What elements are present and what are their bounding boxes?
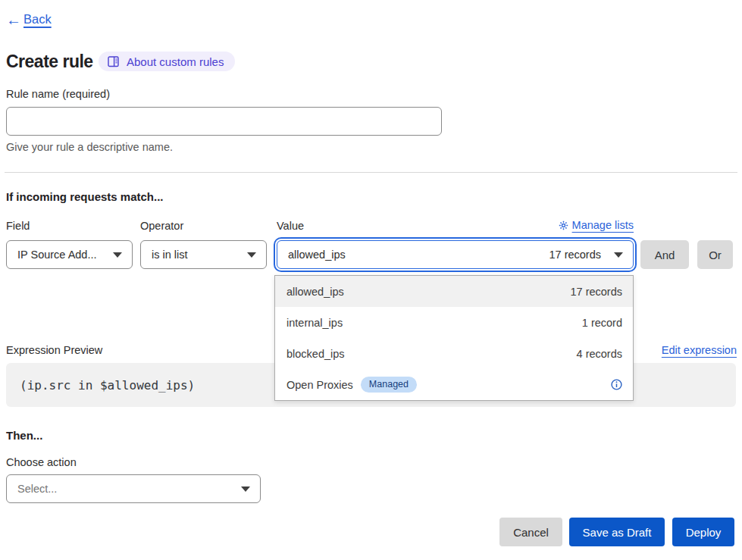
value-select-records: 17 records bbox=[549, 249, 601, 261]
list-record-count: 4 records bbox=[577, 348, 622, 360]
chevron-down-icon bbox=[241, 486, 250, 492]
field-label: Field bbox=[6, 220, 30, 232]
cancel-button[interactable]: Cancel bbox=[499, 518, 562, 546]
dropdown-item-open-proxies[interactable]: Open Proxies Managed bbox=[275, 369, 633, 400]
list-name: allowed_ips bbox=[286, 286, 344, 298]
deploy-button[interactable]: Deploy bbox=[672, 518, 734, 546]
value-select-value: allowed_ips bbox=[277, 249, 346, 261]
create-rule-page: ←Back Create rule About custom rules Rul… bbox=[0, 0, 742, 560]
list-name: internal_ips bbox=[286, 317, 343, 329]
list-name: Open Proxies bbox=[286, 379, 353, 391]
list-record-count: 1 record bbox=[582, 317, 622, 329]
manage-lists-link[interactable]: Manage lists bbox=[559, 219, 634, 231]
operator-select[interactable]: is in list bbox=[140, 240, 267, 269]
chevron-down-icon bbox=[113, 252, 122, 258]
chevron-down-icon bbox=[247, 252, 256, 258]
dropdown-item-blocked-ips[interactable]: blocked_ips 4 records bbox=[275, 338, 633, 369]
list-record-count: 17 records bbox=[570, 286, 622, 298]
expression-code: (ip.src in $allowed_ips) bbox=[6, 378, 195, 393]
rule-name-input[interactable] bbox=[6, 107, 442, 136]
dropdown-item-allowed-ips[interactable]: allowed_ips 17 records bbox=[275, 276, 633, 307]
field-select[interactable]: IP Source Add... bbox=[6, 240, 133, 269]
managed-badge: Managed bbox=[361, 377, 417, 393]
action-select-placeholder: Select... bbox=[7, 483, 57, 495]
about-custom-rules-badge[interactable]: About custom rules bbox=[99, 52, 235, 71]
match-section-heading: If incoming requests match... bbox=[6, 190, 164, 203]
save-as-draft-button[interactable]: Save as Draft bbox=[569, 518, 665, 546]
edit-expression-link[interactable]: Edit expression bbox=[662, 344, 737, 356]
back-link-label: Back bbox=[23, 12, 52, 27]
value-select[interactable]: allowed_ips 17 records bbox=[277, 240, 634, 269]
section-divider bbox=[5, 172, 737, 173]
back-link[interactable]: ←Back bbox=[6, 12, 52, 27]
operator-label: Operator bbox=[140, 220, 183, 232]
page-title: Create rule bbox=[6, 52, 93, 72]
and-button[interactable]: And bbox=[640, 240, 689, 269]
back-arrow-icon: ← bbox=[6, 14, 21, 26]
action-select[interactable]: Select... bbox=[6, 474, 261, 503]
field-select-value: IP Source Add... bbox=[7, 249, 97, 261]
chevron-down-icon bbox=[614, 252, 623, 258]
choose-action-label: Choose action bbox=[6, 456, 77, 468]
rule-name-label: Rule name (required) bbox=[6, 88, 110, 100]
dropdown-item-internal-ips[interactable]: internal_ips 1 record bbox=[275, 307, 633, 338]
or-button[interactable]: Or bbox=[697, 240, 733, 269]
expression-preview-label: Expression Preview bbox=[6, 344, 102, 356]
rule-name-helper: Give your rule a descriptive name. bbox=[6, 141, 173, 153]
value-dropdown-menu: allowed_ips 17 records internal_ips 1 re… bbox=[274, 275, 634, 401]
then-section-heading: Then... bbox=[6, 429, 42, 442]
info-icon[interactable] bbox=[611, 379, 622, 390]
value-label: Value bbox=[277, 220, 304, 232]
book-icon bbox=[108, 56, 120, 67]
operator-select-value: is in list bbox=[141, 249, 188, 261]
list-name: blocked_ips bbox=[286, 348, 345, 360]
gear-icon bbox=[559, 221, 568, 230]
manage-lists-label: Manage lists bbox=[572, 219, 634, 231]
about-badge-label: About custom rules bbox=[127, 55, 224, 68]
